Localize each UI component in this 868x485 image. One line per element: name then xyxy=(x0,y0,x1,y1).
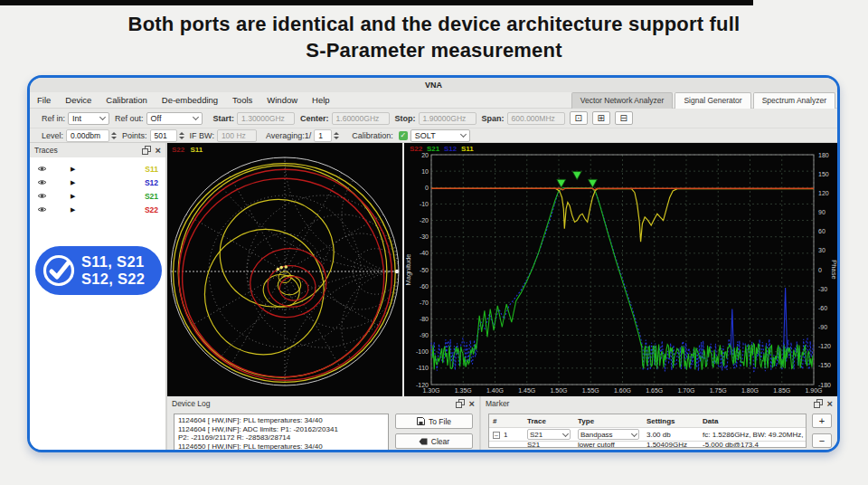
svg-text:-50: -50 xyxy=(420,267,429,273)
chevron-down-icon xyxy=(99,114,106,120)
svg-text:1.45G: 1.45G xyxy=(518,387,535,394)
menu-file[interactable]: File xyxy=(30,92,58,109)
acquisition-toolbar: Level: 0.00dbm Points: 501 IF BW: 100 Hz… xyxy=(30,128,837,143)
menu-calibration[interactable]: Calibration xyxy=(99,92,154,109)
mode-tabs: Vector Network Analyzer Signal Generator… xyxy=(570,92,835,109)
marker-row-1: –1 S21 Bandpass 3.00 db fc: 1.5286GHz, B… xyxy=(489,428,806,442)
add-marker-button[interactable]: + xyxy=(812,414,832,428)
svg-text:S21: S21 xyxy=(427,145,440,153)
points-label: Points: xyxy=(122,131,147,140)
eye-icon[interactable] xyxy=(37,192,47,200)
float-panel-icon[interactable] xyxy=(456,399,466,408)
svg-text:-110: -110 xyxy=(417,365,429,371)
marker-panel-title: Marker xyxy=(486,399,814,408)
eye-icon[interactable] xyxy=(37,205,47,214)
svg-text:-120: -120 xyxy=(818,343,831,349)
sparams-badge: S11, S21 S12, S22 xyxy=(35,246,162,295)
center-field[interactable]: 1.60000GHz xyxy=(332,112,390,125)
averaging-label: Averaging:1/ xyxy=(266,131,311,140)
svg-text:1.35G: 1.35G xyxy=(455,387,472,394)
svg-text:Phase: Phase xyxy=(830,260,837,279)
svg-text:180: 180 xyxy=(818,152,829,158)
float-panel-icon[interactable] xyxy=(814,399,824,408)
tab-signal-generator[interactable]: Signal Generator xyxy=(675,92,750,109)
svg-text:60: 60 xyxy=(818,228,826,234)
averaging-field[interactable]: 1 xyxy=(314,129,332,142)
smith-chart-panel[interactable]: S22 S11 xyxy=(167,143,402,396)
trace-row-s12[interactable]: ▶ S12 xyxy=(30,176,165,189)
remove-marker-button[interactable]: − xyxy=(812,433,832,448)
points-field[interactable]: 501 xyxy=(150,129,177,142)
close-panel-icon[interactable]: × xyxy=(827,399,833,408)
window-titlebar[interactable]: VNA xyxy=(30,78,837,92)
calibration-value: SOLT xyxy=(415,131,436,140)
menu-help[interactable]: Help xyxy=(305,92,337,109)
tab-vector-network-analyzer[interactable]: Vector Network Analyzer xyxy=(571,92,674,109)
marker-settings[interactable]: 3.00 db xyxy=(643,431,699,439)
ref-out-value: Off xyxy=(151,114,162,123)
eye-icon[interactable] xyxy=(37,165,47,173)
zoom-out-button[interactable]: ⊟ xyxy=(615,111,633,125)
points-stepper[interactable] xyxy=(179,132,184,139)
clear-button[interactable]: Clear xyxy=(395,433,473,449)
top-black-bar xyxy=(0,0,753,5)
averaging-stepper[interactable] xyxy=(334,132,339,139)
trace-row-s21[interactable]: ▶ S21 xyxy=(30,189,165,203)
smith-chart[interactable] xyxy=(167,143,402,396)
calibration-checkbox[interactable]: ✓ xyxy=(399,131,408,140)
marker-table-header: # Trace Type Settings Data xyxy=(489,414,806,428)
zoom-in-button[interactable]: ⊞ xyxy=(592,111,610,125)
traces-panel: Traces × ▶ S11 ▶ xyxy=(30,143,167,396)
marker-data: fc: 1.5286GHz, BW: 49.20MHz, Ins.Los... xyxy=(699,431,806,439)
trace-row-s22[interactable]: ▶ S22 xyxy=(30,203,165,216)
svg-text:0: 0 xyxy=(425,185,429,191)
ref-out-select[interactable]: Off xyxy=(146,112,203,125)
span-field[interactable]: 600.000MHz xyxy=(507,112,565,125)
ref-in-label: Ref in: xyxy=(42,114,65,123)
device-log-text[interactable]: 1124604 [ HW,INF]: PLL temperatures: 34/… xyxy=(174,414,389,452)
ifbw-field[interactable]: 100 Hz xyxy=(217,129,257,142)
frequency-plot-panel[interactable]: 20100-10-20-30-40-50-60-70-80-90-100-110… xyxy=(404,143,837,396)
level-field[interactable]: 0.00dbm xyxy=(66,129,109,142)
marker-type-select[interactable]: Bandpass xyxy=(578,429,639,440)
stop-field[interactable]: 1.90000GHz xyxy=(419,112,476,125)
svg-text:Magnitude: Magnitude xyxy=(404,253,412,285)
menu-deembedding[interactable]: De-embedding xyxy=(155,92,225,109)
level-stepper[interactable] xyxy=(111,132,117,139)
start-field[interactable]: 1.30000GHz xyxy=(237,112,295,125)
close-panel-icon[interactable]: × xyxy=(469,399,475,408)
zoom-fit-button[interactable]: ⊡ xyxy=(570,111,588,125)
heading-line1: Both ports are identical and the device … xyxy=(0,11,868,37)
legend-s11: S11 xyxy=(190,146,203,154)
trace-row-s11[interactable]: ▶ S11 xyxy=(30,162,165,176)
calibration-select[interactable]: SOLT xyxy=(410,129,470,142)
marker-panel: Marker × # Trace Type Settings Data xyxy=(479,396,837,451)
marker-trace-select[interactable]: S21 xyxy=(527,429,571,440)
marker-panel-header: Marker × xyxy=(481,396,837,411)
calibration-label: Calibration: xyxy=(352,131,393,140)
to-file-button[interactable]: To File xyxy=(395,414,473,429)
eye-icon[interactable] xyxy=(37,178,47,186)
trace-label-s22[interactable]: S22 xyxy=(75,205,158,214)
float-panel-icon[interactable] xyxy=(142,146,152,155)
marker-table: # Trace Type Settings Data –1 S21 Bandpa… xyxy=(488,414,807,448)
legend-s22: S22 xyxy=(172,146,184,154)
device-log-header: Device Log × xyxy=(167,396,479,411)
tab-spectrum-analyzer[interactable]: Spectrum Analyzer xyxy=(753,92,835,109)
menu-device[interactable]: Device xyxy=(58,92,99,109)
marker-row-2: S21 lower cutoff 1.50409GHz -5.000 db@17… xyxy=(489,442,806,447)
trace-label-s11[interactable]: S11 xyxy=(75,165,158,174)
svg-text:-40: -40 xyxy=(420,250,429,256)
menu-window[interactable]: Window xyxy=(259,92,305,109)
traces-list: ▶ S11 ▶ S12 ▶ S21 ▶ xyxy=(30,157,165,396)
trace-label-s21[interactable]: S21 xyxy=(75,192,158,201)
menu-tools[interactable]: Tools xyxy=(225,92,259,109)
close-panel-icon[interactable]: × xyxy=(156,146,161,155)
svg-text:-30: -30 xyxy=(420,233,429,240)
svg-text:150: 150 xyxy=(818,171,829,177)
frequency-plot[interactable]: 20100-10-20-30-40-50-60-70-80-90-100-110… xyxy=(404,143,837,396)
trace-label-s12[interactable]: S12 xyxy=(75,178,158,187)
ref-in-select[interactable]: Int xyxy=(68,112,109,125)
screenshot-stage: Both ports are identical and the device … xyxy=(0,0,868,485)
collapse-expander-icon[interactable]: – xyxy=(493,432,500,439)
